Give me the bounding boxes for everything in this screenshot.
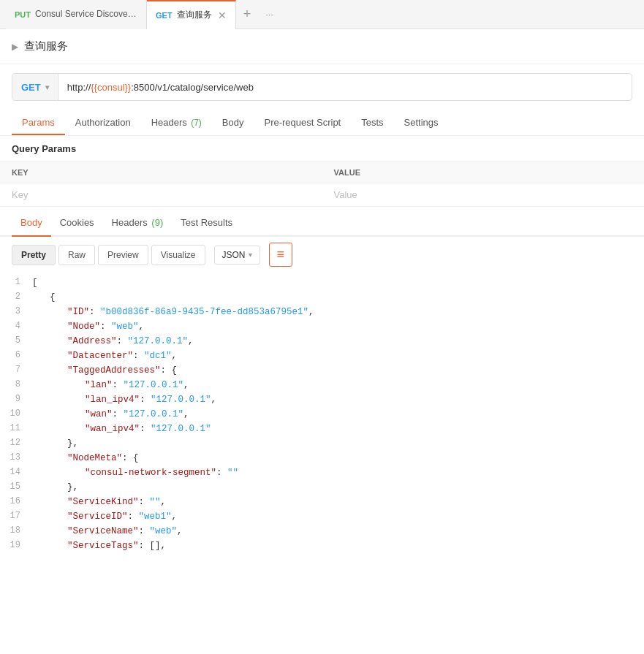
url-prefix: http://	[67, 82, 91, 93]
json-line-17: 17 "ServiceID": "web1",	[0, 509, 644, 524]
more-tabs-button[interactable]: ···	[258, 9, 281, 20]
tab-bar: PUT Consul Service Discovery中注... GET 查询…	[0, 0, 644, 29]
response-test-results-label: Test Results	[181, 217, 232, 228]
tab-settings-label: Settings	[404, 117, 439, 128]
json-line-7: 7 "TaggedAddresses": {	[0, 363, 644, 378]
json-line-12: 12 },	[0, 436, 644, 451]
response-tab-test-results[interactable]: Test Results	[172, 210, 241, 235]
json-format-label: JSON	[222, 250, 246, 260]
value-cell[interactable]: Value	[322, 183, 645, 207]
tab-params[interactable]: Params	[12, 110, 65, 135]
response-cookies-label: Cookies	[60, 217, 94, 228]
tab-settings[interactable]: Settings	[394, 110, 449, 135]
format-select-arrow-icon: ▾	[249, 251, 252, 259]
tab-body[interactable]: Body	[212, 110, 254, 135]
json-viewer: 1 [ 2 { 3 "ID": "b00d836f-86a9-9435-7fee…	[0, 273, 644, 556]
json-line-14: 14 "consul-network-segment": ""	[0, 465, 644, 480]
tab-body-label: Body	[222, 117, 244, 128]
json-line-11: 11 "wan_ipv4": "127.0.0.1"	[0, 422, 644, 436]
json-line-1: 1 [	[0, 275, 644, 290]
wrap-icon: ≡	[277, 247, 285, 262]
get-tab-label: 查询服务	[177, 9, 212, 21]
tab-params-label: Params	[22, 117, 55, 128]
tab-prerequest-label: Pre-request Script	[264, 117, 341, 128]
tab-prerequest[interactable]: Pre-request Script	[254, 110, 351, 135]
get-method-label: GET	[156, 11, 173, 20]
json-line-8: 8 "lan": "127.0.0.1",	[0, 378, 644, 392]
response-headers-label: Headers	[112, 217, 148, 228]
put-tab-label: Consul Service Discovery中注...	[35, 8, 137, 20]
tab-authorization-label: Authorization	[75, 117, 131, 128]
method-value: GET	[21, 82, 41, 93]
format-pretty-button[interactable]: Pretty	[12, 245, 56, 265]
tab-headers-label: Headers	[151, 117, 187, 128]
page-title: 查询服务	[24, 39, 68, 53]
json-line-5: 5 "Address": "127.0.0.1",	[0, 334, 644, 349]
json-line-9: 9 "lan_ipv4": "127.0.0.1",	[0, 392, 644, 407]
response-tab-body[interactable]: Body	[12, 210, 51, 235]
tab-headers-badge: (7)	[189, 118, 202, 128]
response-tab-headers[interactable]: Headers (9)	[103, 210, 173, 235]
json-line-13: 13 "NodeMeta": {	[0, 451, 644, 465]
put-method-label: PUT	[15, 10, 31, 19]
json-format-select[interactable]: JSON ▾	[214, 246, 260, 265]
wrap-button[interactable]: ≡	[269, 243, 293, 267]
nav-tabs: Params Authorization Headers (7) Body Pr…	[0, 110, 644, 136]
key-cell[interactable]: Key	[0, 183, 322, 207]
tab-tests[interactable]: Tests	[351, 110, 393, 135]
tab-authorization[interactable]: Authorization	[65, 110, 141, 135]
value-column-header: VALUE	[322, 162, 645, 183]
json-line-2: 2 {	[0, 290, 644, 305]
get-tab[interactable]: GET 查询服务 ✕	[147, 0, 236, 29]
method-arrow-icon: ▾	[45, 83, 49, 91]
put-tab[interactable]: PUT Consul Service Discovery中注...	[6, 0, 147, 29]
format-bar: Pretty Raw Preview Visualize JSON ▾ ≡	[0, 237, 644, 273]
url-template: {{consul}}	[91, 82, 131, 93]
response-headers-badge: (9)	[149, 217, 164, 228]
tab-tests-label: Tests	[361, 117, 383, 128]
add-tab-button[interactable]: +	[236, 7, 259, 22]
format-visualize-button[interactable]: Visualize	[151, 245, 205, 265]
format-raw-button[interactable]: Raw	[58, 245, 95, 265]
tab-close-icon[interactable]: ✕	[218, 9, 227, 21]
page-header: ▶ 查询服务	[0, 29, 644, 64]
format-preview-button[interactable]: Preview	[98, 245, 148, 265]
key-column-header: KEY	[0, 162, 322, 183]
header-arrow-icon: ▶	[12, 42, 18, 52]
json-line-15: 15 },	[0, 480, 644, 495]
response-tabs: Body Cookies Headers (9) Test Results	[0, 210, 644, 237]
url-input[interactable]: http://{{consul}}:8500/v1/catalog/servic…	[58, 82, 632, 93]
tab-headers[interactable]: Headers (7)	[141, 110, 212, 135]
url-suffix: :8500/v1/catalog/service/web	[131, 82, 254, 93]
json-line-19: 19 "ServiceTags": [],	[0, 539, 644, 553]
json-line-10: 10 "wan": "127.0.0.1",	[0, 407, 644, 422]
json-line-18: 18 "ServiceName": "web",	[0, 524, 644, 539]
query-params-label: Query Params	[0, 136, 644, 161]
response-body-label: Body	[20, 217, 42, 228]
params-table: KEY VALUE Key Value	[0, 161, 644, 207]
json-line-4: 4 "Node": "web",	[0, 319, 644, 334]
json-line-6: 6 "Datacenter": "dc1",	[0, 349, 644, 363]
response-tab-cookies[interactable]: Cookies	[51, 210, 103, 235]
method-select[interactable]: GET ▾	[12, 74, 58, 100]
table-row: Key Value	[0, 183, 644, 207]
json-line-3: 3 "ID": "b00d836f-86a9-9435-7fee-dd853a6…	[0, 305, 644, 319]
json-line-16: 16 "ServiceKind": "",	[0, 495, 644, 509]
url-bar: GET ▾ http://{{consul}}:8500/v1/catalog/…	[12, 73, 632, 101]
